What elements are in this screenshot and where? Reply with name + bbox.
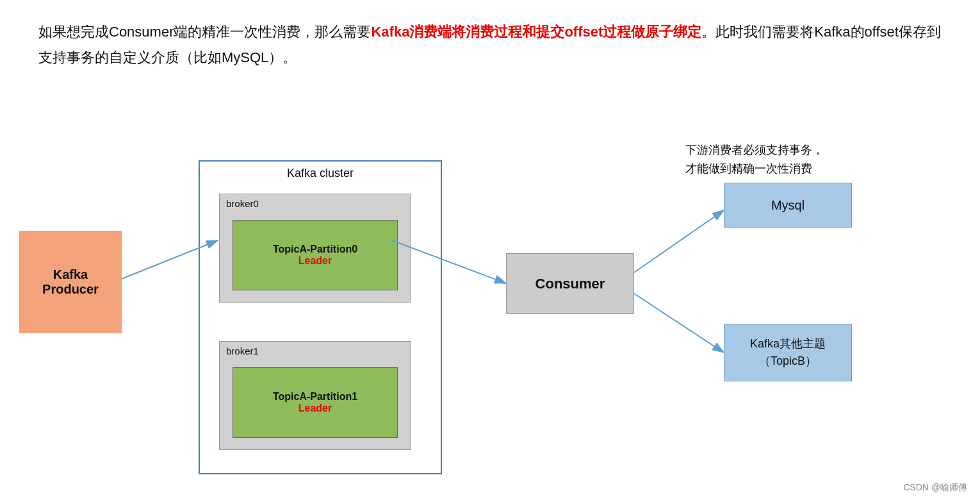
diagram-area: KafkaProducer Kafka cluster broker0 Topi… xyxy=(0,141,980,500)
consumer-label: Consumer xyxy=(535,276,605,292)
broker0-box: broker0 TopicA-Partition0 Leader xyxy=(219,194,411,303)
broker1-box: broker1 TopicA-Partition1 Leader xyxy=(219,341,411,450)
kafka-cluster-box: Kafka cluster broker0 TopicA-Partition0 … xyxy=(199,160,442,474)
partition0-box: TopicA-Partition0 Leader xyxy=(233,220,398,290)
kafka-other-box: Kafka其他主题（TopicB） xyxy=(724,324,852,381)
annotation-line1: 下游消费者必须支持事务， xyxy=(685,144,824,156)
partition1-box: TopicA-Partition1 Leader xyxy=(233,367,398,438)
svg-line-4 xyxy=(634,294,724,353)
svg-line-3 xyxy=(634,210,724,272)
intro-text: 如果想完成Consumer端的精准一次性消费，那么需要Kafka消费端将消费过程… xyxy=(0,0,980,76)
kafka-producer-box: KafkaProducer xyxy=(19,231,122,333)
broker1-label: broker1 xyxy=(220,342,411,360)
broker0-label: broker0 xyxy=(220,194,411,213)
text-part1: 如果想完成Consumer端的精准一次性消费，那么需要 xyxy=(38,24,371,40)
partition1-name: TopicA-Partition1 xyxy=(273,391,357,403)
consumer-box: Consumer xyxy=(506,253,634,314)
annotation-line2: 才能做到精确一次性消费 xyxy=(685,162,812,175)
partition1-leader: Leader xyxy=(298,403,332,414)
kafka-producer-label: KafkaProducer xyxy=(42,267,99,297)
partition0-leader: Leader xyxy=(298,255,332,267)
partition0-name: TopicA-Partition0 xyxy=(273,244,357,255)
kafka-cluster-label: Kafka cluster xyxy=(287,167,354,180)
kafka-other-label: Kafka其他主题（TopicB） xyxy=(750,335,826,370)
red-text: Kafka消费端将消费过程和提交offset过程做原子绑定 xyxy=(371,24,701,40)
mysql-box: Mysql xyxy=(724,183,852,228)
watermark: CSDN @喻师傅 xyxy=(903,482,967,494)
annotation-text: 下游消费者必须支持事务， 才能做到精确一次性消费 xyxy=(685,141,824,178)
mysql-label: Mysql xyxy=(771,198,804,213)
